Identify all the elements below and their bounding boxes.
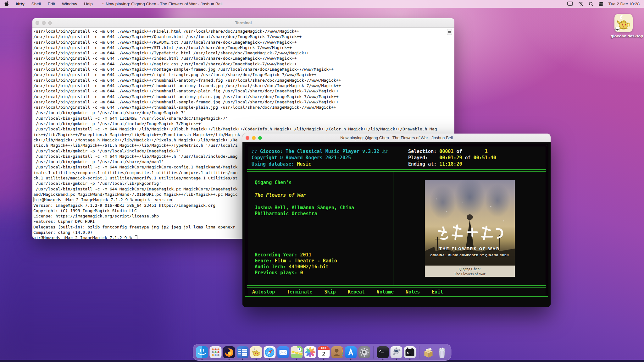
terminal-app-icon: >_ <box>377 346 389 358</box>
apple-menu[interactable] <box>4 1 9 7</box>
terminal-line: /usr/local/bin/ginstall -c -m 644 ./www/… <box>33 88 453 94</box>
player-copyright: Copyright © Howard Rogers 2021-2025 <box>252 155 408 161</box>
scroll-indicator[interactable] <box>447 29 452 35</box>
terminal-line: /usr/local/bin/ginstall -c -m 644 ./www/… <box>33 72 453 77</box>
dock-maps[interactable] <box>291 345 303 360</box>
menu-autostop[interactable]: Autostop <box>252 289 275 295</box>
menu-volume[interactable]: Volume <box>377 289 394 295</box>
dock-documents-app[interactable] <box>236 345 249 360</box>
recording-metadata: Recording Year: 2011 Genre: Film - Theat… <box>255 252 390 278</box>
dock-app-store[interactable] <box>345 345 357 360</box>
dock-finder[interactable] <box>196 345 208 360</box>
dock-firefox[interactable] <box>223 345 236 360</box>
played-row: Played:00:01:29 of 00:51:40 <box>408 155 541 161</box>
control-center-icon[interactable] <box>598 2 603 6</box>
menu-repeat[interactable]: Repeat <box>348 289 365 295</box>
ending-row: Ending at:11:18:20 <box>408 161 541 167</box>
giocoso-teapot-icon <box>250 346 262 358</box>
calendar-icon: DEC 2 <box>318 346 330 358</box>
menu-window[interactable]: Window <box>62 2 77 6</box>
search-icon[interactable] <box>589 2 593 6</box>
kitty-cat-icon: >_ <box>404 346 416 358</box>
wifi-off-icon[interactable] <box>578 2 584 6</box>
safari-icon <box>264 346 276 358</box>
zoom-button[interactable] <box>48 21 52 25</box>
player-titlebar[interactable]: Now playing: Qigang Chen - The Flowers o… <box>242 134 551 142</box>
close-button[interactable] <box>246 136 249 140</box>
terminal-line: /usr/local/bin/ginstall -c -m 644 ./www/… <box>33 29 453 34</box>
documents-app-icon <box>237 346 249 358</box>
terminal-line: /usr/local/bin/ginstall -c -m 644 Magick… <box>33 126 453 132</box>
dock-automator[interactable] <box>390 345 403 360</box>
terminal-line: /usr/local/bin/ginstall -c -m 644 ./www/… <box>33 61 453 67</box>
player-frame: ♫♪ Giocoso: The Classical Music Player v… <box>245 144 548 297</box>
dock-giocoso[interactable] <box>250 345 263 360</box>
display-icon[interactable] <box>567 2 573 6</box>
dock-contacts[interactable] <box>331 345 344 360</box>
dock-mail[interactable] <box>277 345 290 360</box>
launchpad-icon <box>210 346 222 358</box>
calendar-day: 2 <box>318 350 330 358</box>
dock-calendar[interactable]: DEC 2 <box>318 345 330 360</box>
terminal-line: /usr/local/bin/ginstall -c -m 644 ./www/… <box>33 34 453 39</box>
terminal-line: /usr/local/bin/ginstall -c -m 644 ./www/… <box>33 67 453 72</box>
terminal-line: /usr/local/bin/ginstall -c -m 644 ./www/… <box>33 99 453 105</box>
composer-name: Qigang Chen's <box>255 180 390 185</box>
gear-icon <box>358 346 370 358</box>
photos-icon <box>304 346 316 358</box>
terminal-line: /usr/local/bin/ginstall -c -m 644 ./www/… <box>33 56 453 61</box>
contacts-icon <box>331 346 343 358</box>
package-icon <box>423 346 435 358</box>
terminal-line: /usr/local/bin/gmkdir -p '/usr/local/sha… <box>33 110 453 115</box>
terminal-line: /usr/local/bin/ginstall -c -m 644 ./www/… <box>33 45 453 50</box>
player-body: ♫♪ Giocoso: The Classical Music Player v… <box>242 142 551 307</box>
artists: Joshua Bell, Allmänna Sången, China Phil… <box>255 205 377 217</box>
menu-edit[interactable]: Edit <box>48 2 55 6</box>
menu-now-playing-status[interactable]: :: Now playing: Qigang Chen - The Flower… <box>102 2 223 6</box>
menu-exit[interactable]: Exit <box>432 289 443 295</box>
desktop-icon-giocoso[interactable]: giocoso.desktop <box>611 14 636 38</box>
album-art: THE FLOWERS OF WAR ORIGINAL MUSIC COMPOS… <box>425 180 515 277</box>
calendar-month: DEC <box>318 346 330 350</box>
menu-help[interactable]: Help <box>84 2 93 6</box>
minimize-button[interactable] <box>252 136 256 140</box>
finder-icon <box>196 346 208 358</box>
player-menu-bar: Autostop Terminate Skip Repeat Volume No… <box>247 287 546 297</box>
automator-robot-icon <box>391 346 402 358</box>
menu-skip[interactable]: Skip <box>325 289 336 295</box>
dock-system-settings[interactable] <box>358 345 371 360</box>
dock-terminal[interactable]: >_ <box>377 345 389 360</box>
recording-year: 2011 <box>300 252 312 258</box>
dock-divider <box>419 346 419 359</box>
album-subtitle: ORIGINAL MUSIC COMPOSED BY QIGANG CHEN <box>425 254 515 257</box>
album-caption: Qigang Chen: The Flowers of War <box>425 266 515 277</box>
dock-launchpad[interactable] <box>209 345 222 360</box>
genre: Film - Theatre - Radio <box>275 258 337 264</box>
menu-shell[interactable]: Shell <box>31 2 41 6</box>
apple-icon <box>4 1 9 6</box>
minimize-button[interactable] <box>42 21 46 25</box>
now-playing-window: Now playing: Qigang Chen - The Flowers o… <box>242 134 551 307</box>
terminal-line: /usr/local/bin/ginstall -c -m 644 ./www/… <box>33 105 453 110</box>
dock-package[interactable] <box>422 345 435 360</box>
menu-notes[interactable]: Notes <box>406 289 420 295</box>
close-button[interactable] <box>36 21 39 25</box>
dock-safari[interactable] <box>264 345 276 360</box>
player-main: Qigang Chen's The Flowers of War Joshua … <box>247 171 546 286</box>
terminal-line: /usr/local/bin/ginstall -c -m 644 ./www/… <box>33 83 453 88</box>
menu-clock[interactable]: Tue 2 Dec 10:28 <box>608 2 640 6</box>
dock-photos[interactable] <box>304 345 317 360</box>
dock-kitty[interactable]: >_ <box>404 345 416 360</box>
work-title: The Flowers of War <box>255 192 390 198</box>
audio-tech: 44100Hz/16-bit <box>289 264 328 270</box>
database-name: Music <box>297 161 311 167</box>
terminal-cursor <box>135 235 137 239</box>
menu-app-name[interactable]: kitty <box>16 2 25 6</box>
zoom-button[interactable] <box>258 136 262 140</box>
terminal-titlebar[interactable]: Terminal <box>32 18 454 28</box>
terminal-line: /usr/local/bin/ginstall -c -m 644 LICENS… <box>33 116 453 121</box>
menu-bar: kitty Shell Edit Window Help :: Now play… <box>0 0 644 8</box>
terminal-line: /usr/local/bin/ginstall -c -m 644 ./www/… <box>33 78 453 83</box>
menu-terminate[interactable]: Terminate <box>287 289 312 295</box>
dock-trash[interactable] <box>436 345 448 360</box>
